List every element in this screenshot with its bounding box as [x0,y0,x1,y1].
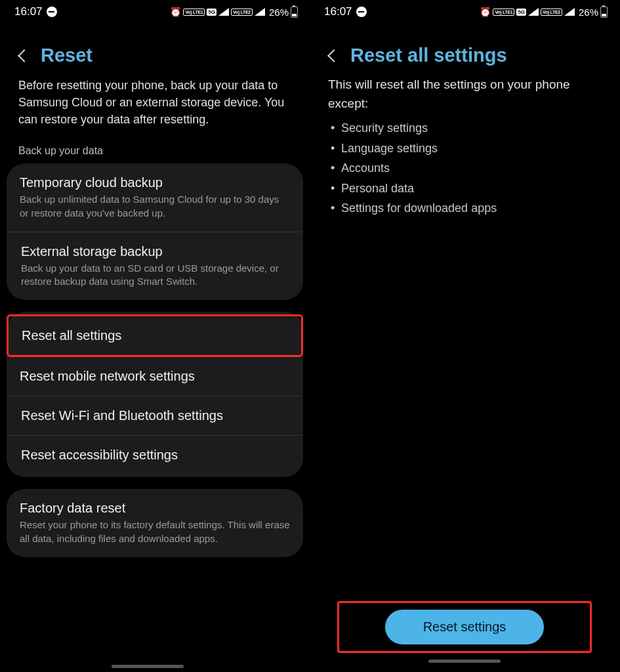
item-title: Reset all settings [22,328,288,343]
backup-section-label: Back up your data [0,128,310,163]
page-header: Reset all settings [310,21,619,74]
left-screenshot: 16:07 ⏰ Vo) LTE1 5G Vo) LTE2 26% Reset B… [0,0,310,672]
back-icon[interactable] [327,49,341,62]
network-badge: 5G [516,9,526,16]
sim1-indicator: Vo) LTE1 [493,9,514,16]
signal-icon [255,8,265,16]
signal-icon [564,8,575,16]
right-screenshot: 16:07 ⏰ Vo) LTE1 5G Vo) LTE2 26% Reset a… [310,0,619,672]
page-title: Reset [41,45,93,66]
item-desc: Back up unlimited data to Samsung Cloud … [20,193,290,220]
temporary-cloud-backup-item[interactable]: Temporary cloud backup Back up unlimited… [7,163,303,232]
signal-icon [218,8,229,16]
highlight-reset-all: Reset all settings [7,314,303,357]
clock: 16:07 [14,5,43,18]
network-badge: 5G [207,9,217,16]
item-title: Temporary cloud backup [20,175,290,190]
item-title: Reset Wi-Fi and Bluetooth settings [21,408,289,423]
exception-item: Security settings [341,118,601,138]
exception-item: Language settings [341,138,601,159]
reset-mobile-network-item[interactable]: Reset mobile network settings [7,357,303,396]
exception-item: Accounts [341,158,601,178]
battery-icon [291,7,298,18]
exception-item: Settings for downloaded apps [341,198,601,219]
reset-all-settings-item[interactable]: Reset all settings [9,316,301,355]
signal-icon [528,8,539,16]
reset-settings-button[interactable]: Reset settings [385,610,545,644]
lead-text: This will reset all the settings on your… [310,74,619,113]
alarm-icon: ⏰ [480,7,491,17]
reset-card: Reset all settings Reset mobile network … [7,312,303,477]
factory-data-reset-item[interactable]: Factory data reset Reset your phone to i… [7,489,303,557]
bottom-area: Reset settings [310,601,619,663]
dnd-icon [47,7,57,17]
page-header: Reset [0,21,310,74]
item-title: Reset mobile network settings [20,369,290,384]
nav-handle[interactable] [112,665,184,668]
intro-text: Before resetting your phone, back up you… [0,74,310,128]
backup-card: Temporary cloud backup Back up unlimited… [7,163,303,300]
battery-percent: 26% [269,7,289,18]
dnd-icon [356,7,367,17]
item-title: Factory data reset [20,501,290,516]
battery-icon [600,7,608,18]
reset-accessibility-item[interactable]: Reset accessibility settings [8,435,302,474]
reset-wifi-bt-item[interactable]: Reset Wi-Fi and Bluetooth settings [8,396,302,435]
clock: 16:07 [324,5,352,18]
item-title: Reset accessibility settings [21,448,289,463]
nav-handle[interactable] [428,660,501,663]
factory-reset-card: Factory data reset Reset your phone to i… [7,489,303,557]
external-storage-backup-item[interactable]: External storage backup Back up your dat… [8,232,302,301]
page-title: Reset all settings [350,45,507,66]
highlight-cta: Reset settings [337,601,592,653]
exception-item: Personal data [341,178,601,199]
sim2-indicator: Vo) LTE2 [541,9,562,16]
sim2-indicator: Vo) LTE2 [231,9,253,16]
battery-percent: 26% [579,7,598,18]
back-icon[interactable] [18,49,31,62]
exceptions-list: Security settings Language settings Acco… [310,113,619,219]
item-desc: Back up your data to an SD card or USB s… [21,262,289,289]
alarm-icon: ⏰ [170,7,181,17]
status-bar: 16:07 ⏰ Vo) LTE1 5G Vo) LTE2 26% [0,0,310,21]
sim1-indicator: Vo) LTE1 [183,9,205,16]
status-bar: 16:07 ⏰ Vo) LTE1 5G Vo) LTE2 26% [310,0,619,21]
item-desc: Reset your phone to its factory default … [20,518,290,545]
item-title: External storage backup [21,244,289,259]
